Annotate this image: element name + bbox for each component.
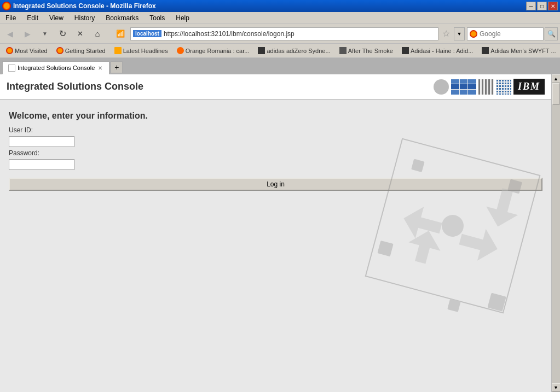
userid-input[interactable] [9,136,74,147]
adid-icon [402,47,409,54]
title-bar-title: Integrated Solutions Console - Mozilla F… [2,2,156,10]
bookmarks-bar: Most Visited Getting Started Latest Head… [0,44,560,58]
signal-icon: 📶 [113,26,128,42]
password-input[interactable] [9,159,74,170]
restore-button[interactable]: □ [537,2,547,10]
console-title: Integrated Solutions Console [7,81,143,92]
stop-button[interactable]: ✕ [72,26,88,42]
search-go-button[interactable]: 🔍 [545,27,558,40]
menu-edit[interactable]: Edit [24,13,42,23]
adidas-icon [258,47,265,54]
svg-rect-9 [487,292,506,311]
minimize-button[interactable]: ─ [526,2,536,10]
rss-icon [114,47,122,54]
logo-circle [434,79,449,95]
close-button[interactable]: ✕ [548,2,558,10]
tab-close-button[interactable]: ✕ [97,65,103,72]
menu-view[interactable]: View [46,13,67,23]
search-input[interactable] [480,30,541,38]
login-button[interactable]: Log in [9,178,542,191]
svg-rect-10 [447,299,460,312]
scroll-thumb[interactable] [552,83,559,105]
search-box [467,27,544,40]
new-tab-button[interactable]: + [111,61,123,73]
url-host: localhost [133,30,161,37]
menu-history[interactable]: History [71,13,98,23]
scroll-down-arrow[interactable]: ▼ [552,383,561,392]
most-visited-icon [6,47,13,54]
url-input[interactable] [164,30,436,38]
home-button[interactable]: ⌂ [90,26,105,42]
address-bar: localhost ☆ ▼ [130,27,465,40]
svg-point-5 [440,213,466,239]
bookmark-latest-headlines[interactable]: Latest Headlines [111,45,172,56]
title-bar: Integrated Solutions Console - Mozilla F… [0,0,560,12]
firefox-icon [2,2,11,10]
menu-help[interactable]: Help [172,13,193,23]
smoke-icon [339,47,347,54]
search-bar: 🔍 [467,27,558,40]
console-header: Integrated Solutions Console IBM [0,74,551,100]
refresh-button[interactable]: ↻ [55,26,70,42]
tab-label: Integrated Solutions Console [18,65,95,71]
active-tab[interactable]: Integrated Solutions Console ✕ [2,61,109,74]
menu-bar: File Edit View History Bookmarks Tools H… [0,12,560,24]
orange-icon [177,47,184,54]
welcome-heading: Welcome, enter your information. [9,111,542,121]
browser-window: Integrated Solutions Console IBM [0,74,560,392]
forward-button[interactable]: ▶ [20,26,35,42]
header-logo-area: IBM [434,79,545,95]
svg-marker-2 [400,202,445,244]
url-dropdown[interactable]: ▼ [454,27,465,40]
bookmark-getting-started[interactable]: Getting Started [53,45,109,56]
bookmark-most-visited[interactable]: Most Visited [2,45,51,56]
page-content: Integrated Solutions Console IBM [0,74,551,392]
scrollbar: ▲ ▼ [551,74,560,392]
menu-tools[interactable]: Tools [146,13,168,23]
password-label: Password: [9,149,542,157]
google-icon [470,30,477,38]
svg-marker-1 [482,185,523,231]
scroll-track[interactable] [552,83,560,383]
svg-marker-4 [456,224,501,265]
menu-file[interactable]: File [2,13,19,23]
ibm-logo: IBM [513,79,545,95]
window-controls: ─ □ ✕ [526,2,558,10]
tab-page-icon [8,65,15,72]
navigation-bar: ◀ ▶ ▼ ↻ ✕ ⌂ 📶 localhost ☆ ▼ 🔍 [0,24,560,44]
scroll-up-arrow[interactable]: ▲ [552,74,561,83]
bookmark-orange-romania[interactable]: Orange Romania : car... [173,45,253,56]
logo-dots [496,79,511,95]
bookmark-adidas-swyft[interactable]: Adidas Men's SWYFT ... [478,45,559,56]
logo-stripes [478,79,494,95]
bookmark-adidas-adizero[interactable]: adidas adiZero Sydne... [254,45,334,56]
logo-grid-blue [451,79,476,95]
login-form: User ID: Password: Log in [9,126,542,191]
back-button[interactable]: ◀ [2,26,18,42]
login-area: Welcome, enter your information. User ID… [0,100,551,392]
userid-label: User ID: [9,126,542,134]
getting-started-icon [56,47,63,54]
window-title: Integrated Solutions Console - Mozilla F… [13,2,156,10]
swyft-icon [482,47,489,54]
url-box[interactable]: localhost [130,27,438,40]
tab-bar: Integrated Solutions Console ✕ + [0,58,560,74]
svg-marker-3 [405,226,444,266]
back-dropdown[interactable]: ▼ [37,26,53,42]
svg-rect-8 [377,241,393,256]
bookmark-after-the-smoke[interactable]: After The Smoke [336,45,397,56]
bookmark-star[interactable]: ☆ [440,28,452,39]
menu-bookmarks[interactable]: Bookmarks [102,13,142,23]
bookmark-adidasi-haine[interactable]: Adidasi - Haine : Adid... [398,45,477,56]
